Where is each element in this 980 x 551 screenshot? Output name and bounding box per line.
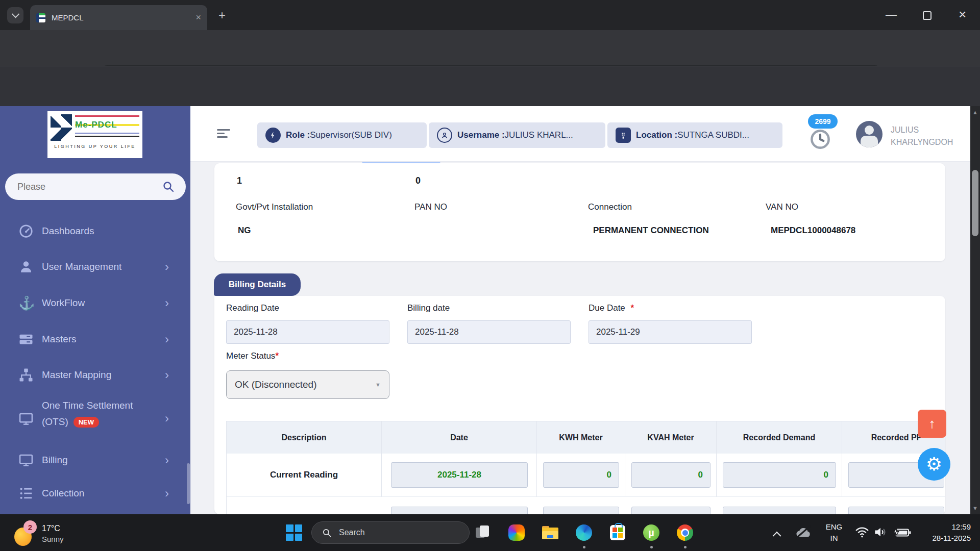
required-asterisk: * — [275, 351, 279, 361]
location-button[interactable]: Location : SUTNGA SUBDI... — [607, 122, 782, 148]
task-view-icon-front — [480, 525, 489, 537]
page-scrollbar[interactable]: ▲ ▼ — [970, 106, 980, 514]
logo-tagline: LIGHTING UP YOUR LIFE — [51, 144, 139, 149]
window-minimize-button[interactable]: — — [886, 9, 897, 20]
menu-toggle-button[interactable] — [217, 127, 231, 140]
table-input[interactable] — [543, 507, 619, 514]
tray-expand-button[interactable] — [774, 531, 781, 538]
due-date-input[interactable]: 2025-11-29 — [589, 320, 752, 344]
sidebar-item-label: Dashboards — [42, 226, 94, 237]
sidebar-item-label: Collection — [42, 488, 84, 499]
scrollbar-up-icon[interactable]: ▲ — [970, 109, 980, 115]
list-icon — [18, 486, 34, 501]
tab-close-icon[interactable]: × — [195, 12, 201, 23]
browser-toolbar: ← → mepdcl.ubs.ieasybill.com/BillGenerat… — [0, 30, 980, 66]
table-input[interactable] — [848, 507, 944, 514]
billing-date-input[interactable]: 2025-11-28 — [407, 320, 571, 344]
monitor-icon — [18, 411, 34, 427]
user-name: JULIUS KHARLYNGDOH — [891, 124, 953, 148]
column-header: Recorded Demand — [717, 421, 842, 454]
battery-button[interactable] — [892, 527, 912, 541]
sidebar-item-collection[interactable]: Collection › — [18, 479, 180, 508]
username-button[interactable]: Username : JULIUS KHARL... — [429, 122, 605, 148]
utorrent-button[interactable]: µ — [642, 523, 660, 542]
page-scrollbar-thumb[interactable] — [972, 170, 978, 236]
meter-status-select[interactable]: OK (Disconnected) ▼ — [226, 370, 389, 399]
wifi-button[interactable] — [854, 525, 870, 541]
mu-glyph: µ — [648, 527, 654, 539]
sidebar-item-workflow[interactable]: ⚓ WorkFlow › — [18, 289, 180, 317]
copilot-button[interactable] — [507, 523, 526, 542]
info-top-value-2: 0 — [415, 176, 421, 186]
sidebar-item-user-management[interactable]: User Management › — [18, 253, 180, 281]
info-label-van: VAN NO — [766, 202, 798, 212]
volume-button[interactable] — [873, 525, 888, 541]
current-reading-kwh-input[interactable]: 0 — [543, 462, 619, 488]
current-reading-date-input[interactable]: 2025-11-28 — [391, 462, 528, 488]
sidebar-item-dashboards[interactable]: Dashboards — [18, 217, 180, 245]
gauge-icon — [18, 223, 34, 239]
reading-date-value: 2025-11-28 — [234, 327, 278, 337]
clock-widget[interactable]: 12:59 28-11-2025 — [914, 521, 971, 544]
clock-icon — [810, 129, 831, 150]
taskbar-search[interactable]: Search — [311, 521, 470, 544]
weather-widget[interactable]: 2 17°C Sunny — [14, 519, 147, 548]
weather-temp: 17°C — [42, 524, 64, 533]
monitor-icon — [18, 453, 34, 468]
sidebar-search[interactable] — [5, 173, 186, 200]
sidebar-item-master-mapping[interactable]: Master Mapping › — [18, 361, 180, 389]
sidebar-item-label2: (OTS) — [42, 416, 68, 428]
cloud-offline-icon — [794, 524, 813, 540]
current-reading-kvah-input[interactable]: 0 — [631, 462, 710, 488]
new-tab-button[interactable]: + — [218, 9, 226, 21]
connection-info-card: 1 0 Govt/Pvt Installation PAN NO Connect… — [214, 163, 945, 261]
screen: MEPDCL × + — × ← → mepdcl.ubs.ieasybill.… — [0, 0, 980, 551]
file-explorer-button[interactable] — [541, 523, 559, 542]
chrome-button[interactable] — [676, 523, 694, 542]
sitemap-icon — [18, 367, 34, 383]
start-button[interactable] — [286, 524, 302, 541]
window-maximize-button[interactable] — [923, 11, 932, 20]
sidebar-item-billing[interactable]: Billing › — [18, 446, 180, 474]
language-indicator[interactable]: ENG IN — [821, 521, 847, 544]
scrollbar-down-icon[interactable]: ▼ — [970, 505, 980, 511]
chevron-right-icon: › — [165, 333, 169, 345]
user-icon — [18, 259, 34, 274]
avatar[interactable] — [856, 121, 883, 147]
chevron-right-icon: › — [165, 297, 169, 309]
tab-title: MEPDCL — [52, 13, 84, 22]
weather-alert-badge: 2 — [23, 520, 37, 534]
sidebar: Me-PDCL LIGHTING UP YOUR LIFE — [0, 106, 190, 514]
role-button[interactable]: Role : Supervisor(SUB DIV) — [257, 122, 427, 148]
info-label-pan: PAN NO — [414, 202, 447, 212]
notifications-button[interactable] — [810, 129, 831, 152]
sidebar-item-masters[interactable]: Masters › — [18, 325, 180, 354]
table-input[interactable] — [631, 507, 710, 514]
logo-mark-icon — [51, 114, 72, 141]
role-icon — [265, 128, 281, 143]
edge-button[interactable] — [575, 523, 593, 542]
settings-fab-button[interactable]: ⚙ — [918, 448, 950, 481]
info-value-govt-pvt: NG — [238, 226, 251, 236]
ms-store-icon — [610, 525, 625, 540]
table-input[interactable] — [391, 507, 528, 514]
sidebar-scrollbar-thumb[interactable] — [187, 463, 190, 504]
user-first-name: JULIUS — [891, 124, 953, 136]
tab-search-button[interactable] — [7, 7, 23, 23]
table-input[interactable] — [723, 507, 836, 514]
task-view-button[interactable] — [474, 523, 492, 542]
username-value: JULIUS KHARL... — [505, 130, 573, 140]
reading-date-input[interactable]: 2025-11-28 — [226, 320, 389, 344]
browser-tab[interactable]: MEPDCL × — [30, 5, 207, 30]
scroll-to-top-button[interactable]: ↑ — [918, 410, 946, 438]
sidebar-item-label: WorkFlow — [42, 297, 85, 309]
sidebar-item-ots[interactable]: One Time Settlement (OTS) NEW › — [18, 399, 180, 438]
ms-store-button[interactable] — [608, 523, 627, 542]
window-close-button[interactable]: × — [959, 8, 966, 21]
onedrive-button[interactable] — [794, 524, 813, 542]
reading-date-label: Reading Date — [226, 303, 279, 313]
current-reading-demand-input[interactable]: 0 — [723, 462, 836, 488]
sidebar-search-input[interactable] — [16, 181, 162, 193]
weather-condition: Sunny — [42, 535, 64, 543]
due-date-label: Due Date * — [589, 303, 634, 313]
